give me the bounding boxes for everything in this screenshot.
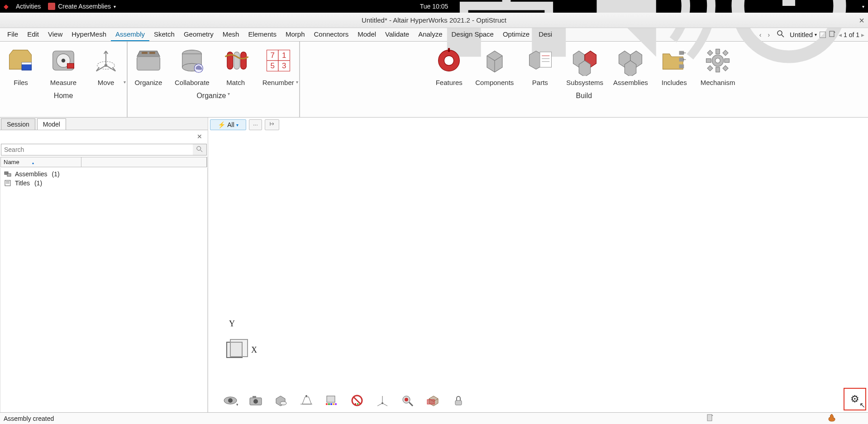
snapshot-tool[interactable] xyxy=(247,393,264,408)
search-button[interactable] xyxy=(193,144,206,155)
subsystems-icon xyxy=(568,44,601,77)
viewport-settings-button[interactable]: ⚙ ↖ xyxy=(844,388,866,410)
svg-point-35 xyxy=(444,56,454,65)
new-page-icon[interactable] xyxy=(829,30,836,39)
svg-line-84 xyxy=(377,403,382,406)
menu-design-truncated[interactable]: Desi xyxy=(534,28,557,41)
search-input[interactable] xyxy=(1,144,193,155)
graphics-viewport[interactable]: ⚡ All ▾ ··· Y X ▾ ⚙ xyxy=(208,118,868,412)
organize-group-dropdown-icon[interactable]: ▾ xyxy=(296,80,298,85)
ribbon-components[interactable]: Components xyxy=(475,44,514,86)
organize-icon xyxy=(132,44,165,77)
menu-validate[interactable]: Validate xyxy=(381,28,414,41)
tree-col-name[interactable]: Name▴ xyxy=(1,157,81,167)
tree-item-label: Assemblies xyxy=(15,170,48,178)
ribbon-move[interactable]: Move xyxy=(90,44,122,86)
panel-close-button[interactable]: ✕ xyxy=(194,131,205,142)
menu-geometry[interactable]: Geometry xyxy=(179,28,218,41)
axis-tool[interactable] xyxy=(374,393,391,408)
organize-label-dropdown-icon[interactable]: ▾ xyxy=(228,91,230,96)
svg-text:3: 3 xyxy=(282,61,286,70)
tree-item-titles[interactable]: Titles (1) xyxy=(2,179,205,188)
ribbon-files[interactable]: Files xyxy=(5,44,37,86)
menu-scroll-right[interactable]: › xyxy=(766,30,772,39)
ribbon-assemblies[interactable]: Assemblies xyxy=(613,44,648,86)
ribbon-organize-label: Organize xyxy=(135,79,162,86)
tab-session[interactable]: Session xyxy=(1,118,35,130)
frame-toggle-icon[interactable] xyxy=(820,32,826,38)
svg-rect-73 xyxy=(326,403,328,405)
ribbon-match[interactable]: Match xyxy=(219,44,252,86)
menu-assembly[interactable]: Assembly xyxy=(111,28,149,41)
tree-item-assemblies[interactable]: Assemblies (1) xyxy=(2,170,205,179)
os-clock[interactable]: Tue 10:05 xyxy=(420,3,448,10)
os-logo-icon: ◆ xyxy=(4,3,9,10)
menu-scroll-left[interactable]: ‹ xyxy=(758,30,763,39)
app-menu[interactable]: Create Assemblies ▾ xyxy=(48,3,116,10)
ribbon-toolbar: Files Measure Move ▾ Home xyxy=(0,42,868,118)
svg-text:1: 1 xyxy=(282,51,286,60)
tree-header[interactable]: Name▴ xyxy=(0,157,207,167)
menu-design-space[interactable]: Design Space xyxy=(447,28,498,41)
menu-model[interactable]: Model xyxy=(353,28,381,41)
menu-connectors[interactable]: Connectors xyxy=(309,28,353,41)
menu-file[interactable]: File xyxy=(3,28,23,41)
ribbon-renumber[interactable]: 7 1 5 3 Renumber xyxy=(262,44,295,86)
page-next[interactable]: ▸ xyxy=(861,31,864,38)
menu-morph[interactable]: Morph xyxy=(281,28,310,41)
match-icon xyxy=(219,44,252,77)
menu-hypermesh[interactable]: HyperMesh xyxy=(67,28,111,41)
status-doc-icon[interactable] xyxy=(706,414,714,423)
collaborate-icon xyxy=(176,44,208,77)
activities-button[interactable]: Activities xyxy=(13,3,43,10)
filter-all-button[interactable]: ⚡ All ▾ xyxy=(210,119,246,130)
filter-more-button[interactable]: ··· xyxy=(249,119,262,130)
section-tool[interactable] xyxy=(424,393,442,408)
menu-edit[interactable]: Edit xyxy=(23,28,43,41)
home-group-dropdown-icon[interactable]: ▾ xyxy=(124,80,126,85)
menu-optimize[interactable]: Optimize xyxy=(498,28,534,41)
display-mode-tool[interactable] xyxy=(272,393,290,408)
page-navigator: ◂ 1 of 1 ▸ xyxy=(839,31,864,38)
ribbon-features[interactable]: Features xyxy=(433,44,465,86)
lock-tool[interactable] xyxy=(450,393,467,408)
document-selector[interactable]: Untitled ▾ xyxy=(790,31,817,38)
filter-reset-button[interactable] xyxy=(265,119,279,130)
visibility-tool[interactable]: ▾ xyxy=(222,393,239,408)
svg-point-5 xyxy=(777,31,782,35)
ribbon-subsystems[interactable]: Subsystems xyxy=(566,44,603,86)
ribbon-parts[interactable]: Parts xyxy=(524,44,556,86)
window-close-button[interactable]: × xyxy=(859,15,864,26)
ribbon-move-label: Move xyxy=(98,79,114,86)
ribbon-group-build-label: Build xyxy=(576,91,592,101)
tab-model[interactable]: Model xyxy=(37,118,66,130)
ribbon-components-label: Components xyxy=(475,79,514,86)
svg-line-85 xyxy=(382,403,387,406)
ribbon-collaborate[interactable]: Collaborate xyxy=(175,44,210,86)
perspective-tool[interactable] xyxy=(298,393,315,408)
menu-analyze[interactable]: Analyze xyxy=(414,28,447,41)
svg-point-71 xyxy=(305,395,307,397)
page-prev[interactable]: ◂ xyxy=(839,31,842,38)
ribbon-mechanism[interactable]: Mechanism xyxy=(701,44,735,86)
ribbon-includes[interactable]: Includes xyxy=(658,44,691,86)
menu-sketch[interactable]: Sketch xyxy=(149,28,179,41)
menu-elements[interactable]: Elements xyxy=(243,28,281,41)
menu-mesh[interactable]: Mesh xyxy=(218,28,244,41)
triad-cube-icon[interactable] xyxy=(226,342,243,358)
status-fire-icon[interactable] xyxy=(827,413,836,424)
search-icon[interactable] xyxy=(774,29,787,40)
hide-tool[interactable] xyxy=(348,393,366,408)
svg-rect-24 xyxy=(234,52,239,69)
color-mode-tool[interactable] xyxy=(323,393,340,408)
system-menu-chevron-icon[interactable]: ▾ xyxy=(862,4,864,9)
ribbon-group-build: Features Components Parts Subsystems xyxy=(300,42,868,117)
view-triad[interactable]: Y X xyxy=(226,342,243,358)
menu-view[interactable]: View xyxy=(43,28,67,41)
ribbon-measure[interactable]: Measure xyxy=(47,44,80,86)
page-indicator: 1 of 1 xyxy=(844,31,859,38)
svg-rect-80 xyxy=(355,403,356,405)
zoom-tool[interactable] xyxy=(399,393,416,408)
ribbon-organize[interactable]: Organize xyxy=(132,44,165,86)
ribbon-subsystems-label: Subsystems xyxy=(566,79,603,86)
